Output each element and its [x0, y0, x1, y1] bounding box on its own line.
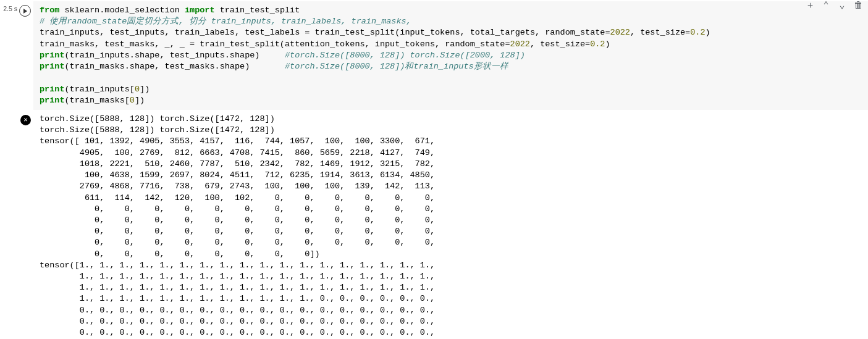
code-text: train_masks, test_masks, _, _ = train_te… [40, 40, 510, 49]
code-text: , test_size= [630, 28, 690, 37]
output-cell: ✕ torch.Size([5888, 128]) torch.Size([14… [0, 110, 868, 339]
execution-time: 2.5 s [3, 5, 17, 13]
code-number: 0 [135, 85, 140, 94]
code-text: sklearn.model_selection [59, 6, 185, 15]
code-number: 0.2 [690, 28, 705, 37]
code-number: 2022 [510, 40, 530, 49]
code-number: 2022 [610, 28, 630, 37]
cell-output: torch.Size([5888, 128]) torch.Size([1472… [33, 110, 868, 339]
code-comment: #torch.Size([8000, 128])和train_inputs形状一… [285, 62, 508, 71]
error-icon[interactable]: ✕ [20, 115, 31, 125]
code-text: ) [706, 28, 710, 37]
delete-icon[interactable]: 🗑 [852, 0, 864, 12]
move-up-icon[interactable]: ⌃ [820, 0, 832, 12]
code-text: ]) [135, 96, 145, 105]
code-text: (train_masks.shape, test_masks.shape) [65, 62, 285, 71]
code-text: (train_masks[ [65, 96, 130, 105]
cell-toolbar: ＋ ⌃ ⌄ 🗑 [804, 0, 864, 12]
code-text: train_test_split [215, 6, 300, 15]
code-cell: 2.5 s from sklearn.model_selection impor… [0, 1, 868, 110]
code-text: ]) [140, 85, 150, 94]
play-icon [23, 9, 27, 14]
builtin-print: print [40, 96, 65, 105]
builtin-print: print [40, 51, 65, 60]
code-comment: # 使用random_state固定切分方式, 切分 train_inputs,… [40, 17, 411, 26]
add-icon[interactable]: ＋ [804, 0, 816, 12]
builtin-print: print [40, 62, 65, 71]
code-number: 0.2 [590, 40, 605, 49]
code-editor[interactable]: from sklearn.model_selection import trai… [33, 1, 868, 110]
cell-gutter: 2.5 s [0, 1, 33, 17]
keyword-from: from [40, 6, 59, 15]
code-text: , test_size= [530, 40, 590, 49]
move-down-icon[interactable]: ⌄ [836, 0, 848, 12]
output-gutter: ✕ [0, 110, 33, 125]
keyword-import: import [185, 6, 215, 15]
code-text: train_inputs, test_inputs, train_labels,… [40, 28, 610, 37]
code-text: ) [605, 40, 610, 49]
run-button[interactable] [19, 5, 31, 17]
builtin-print: print [40, 85, 65, 94]
code-text: (train_inputs.shape, test_inputs.shape) [65, 51, 285, 60]
code-text: (train_inputs[ [65, 85, 135, 94]
code-comment: #torch.Size([8000, 128]) torch.Size([200… [285, 51, 525, 60]
code-number: 0 [130, 96, 135, 105]
